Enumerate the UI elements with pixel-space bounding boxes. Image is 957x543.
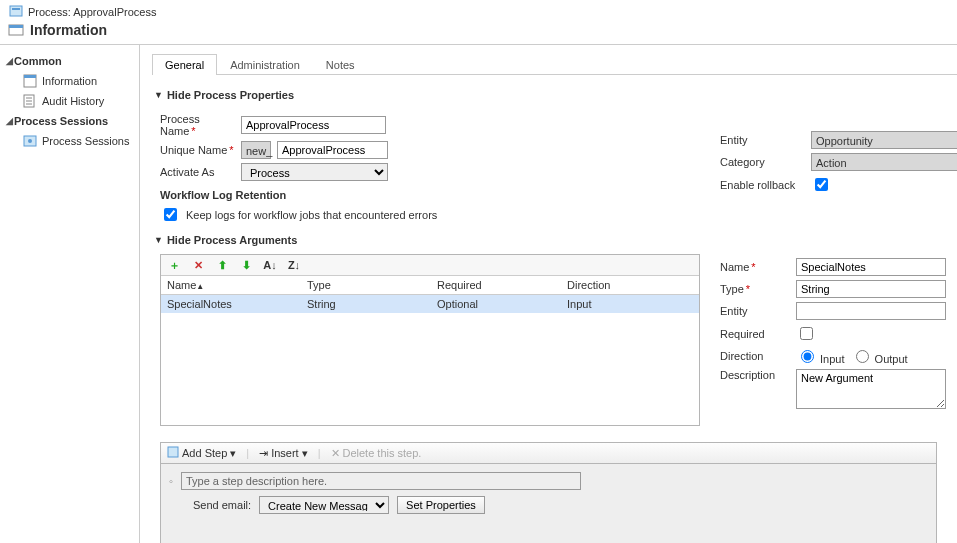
send-email-select[interactable]: Create New Message bbox=[259, 496, 389, 514]
arg-direction-output[interactable]: Output bbox=[851, 347, 908, 365]
sidebar-item-audit-history[interactable]: Audit History bbox=[4, 91, 135, 111]
svg-rect-5 bbox=[24, 75, 36, 78]
caret-down-icon: ▼ bbox=[154, 90, 163, 100]
rollback-checkbox[interactable] bbox=[815, 178, 828, 191]
arg-description-input[interactable] bbox=[796, 369, 946, 409]
move-up-icon[interactable]: ⬆ bbox=[215, 258, 229, 272]
category-value: Action bbox=[811, 153, 957, 171]
arg-label-direction: Direction bbox=[720, 350, 790, 362]
process-name-input[interactable] bbox=[241, 116, 386, 134]
activate-as-select[interactable]: Process bbox=[241, 163, 388, 181]
step-description-input[interactable] bbox=[181, 472, 581, 490]
steps-area: ◦ Send email: Create New Message Set Pro… bbox=[160, 464, 937, 543]
keep-logs-checkbox[interactable] bbox=[164, 208, 177, 221]
svg-point-11 bbox=[28, 139, 32, 143]
collapse-icon[interactable]: ◢ bbox=[6, 56, 14, 66]
col-direction[interactable]: Direction bbox=[561, 276, 699, 294]
caret-down-icon: ▼ bbox=[154, 235, 163, 245]
table-row[interactable]: SpecialNotes String Optional Input bbox=[161, 295, 699, 313]
label-category: Category bbox=[720, 156, 805, 168]
label-activate-as: Activate As bbox=[160, 166, 235, 178]
add-step-icon bbox=[167, 446, 179, 460]
arg-label-entity: Entity bbox=[720, 305, 790, 317]
arg-label-required: Required bbox=[720, 328, 790, 340]
tab-general[interactable]: General bbox=[152, 54, 217, 75]
arg-label-description: Description bbox=[720, 369, 790, 381]
info-page-icon bbox=[22, 73, 38, 89]
col-name[interactable]: Name▲ bbox=[161, 276, 301, 294]
arg-entity-input[interactable] bbox=[796, 302, 946, 320]
sort-desc-icon[interactable]: Z↓ bbox=[287, 258, 301, 272]
step-bullet-icon: ◦ bbox=[169, 475, 173, 487]
sidebar-item-information[interactable]: Information bbox=[4, 71, 135, 91]
delete-step-button: ✕ Delete this step. bbox=[331, 447, 422, 460]
move-down-icon[interactable]: ⬇ bbox=[239, 258, 253, 272]
breadcrumb-text: Process: ApprovalProcess bbox=[28, 6, 156, 18]
arg-label-type: Type* bbox=[720, 283, 790, 295]
arg-required-checkbox[interactable] bbox=[800, 327, 813, 340]
chevron-down-icon: ▾ bbox=[230, 447, 236, 460]
sidebar-section-common[interactable]: ◢ Common bbox=[4, 51, 135, 71]
workflow-log-retention-header: Workflow Log Retention bbox=[160, 189, 680, 201]
unique-name-prefix: new_ bbox=[241, 141, 271, 159]
sort-asc-icon[interactable]: A↓ bbox=[263, 258, 277, 272]
svg-rect-3 bbox=[9, 25, 23, 28]
label-process-name: Process Name* bbox=[160, 113, 235, 137]
set-properties-button[interactable]: Set Properties bbox=[397, 496, 485, 514]
delete-arg-icon[interactable]: ✕ bbox=[191, 258, 205, 272]
svg-rect-0 bbox=[10, 6, 22, 16]
svg-rect-1 bbox=[12, 8, 20, 10]
add-arg-icon[interactable]: ＋ bbox=[167, 258, 181, 272]
breadcrumb: Process: ApprovalProcess bbox=[8, 4, 949, 20]
section-process-arguments[interactable]: ▼ Hide Process Arguments bbox=[154, 234, 957, 246]
sessions-icon bbox=[22, 133, 38, 149]
add-step-button[interactable]: Add Step ▾ bbox=[167, 446, 236, 460]
audit-icon bbox=[22, 93, 38, 109]
tab-administration[interactable]: Administration bbox=[217, 54, 313, 75]
delete-icon: ✕ bbox=[331, 447, 340, 460]
arg-name-input[interactable] bbox=[796, 258, 946, 276]
arg-type-input[interactable] bbox=[796, 280, 946, 298]
insert-icon: ⇥ bbox=[259, 447, 268, 460]
arg-direction-input[interactable]: Input bbox=[796, 347, 845, 365]
col-type[interactable]: Type bbox=[301, 276, 431, 294]
col-required[interactable]: Required bbox=[431, 276, 561, 294]
sidebar-section-process-sessions[interactable]: ◢ Process Sessions bbox=[4, 111, 135, 131]
information-icon bbox=[8, 22, 24, 38]
label-unique-name: Unique Name* bbox=[160, 144, 235, 156]
sidebar: ◢ Common Information Audit History ◢ Pro… bbox=[0, 45, 140, 543]
arg-label-name: Name* bbox=[720, 261, 790, 273]
collapse-icon[interactable]: ◢ bbox=[6, 116, 14, 126]
label-rollback: Enable rollback bbox=[720, 179, 805, 191]
step-toolbar: Add Step ▾ | ⇥Insert ▾ | ✕ Delete this s… bbox=[160, 442, 937, 464]
section-process-properties[interactable]: ▼ Hide Process Properties bbox=[154, 89, 957, 101]
svg-rect-12 bbox=[168, 447, 178, 457]
page-title: Information bbox=[8, 22, 949, 38]
keep-logs-label: Keep logs for workflow jobs that encount… bbox=[186, 209, 437, 221]
tab-notes[interactable]: Notes bbox=[313, 54, 368, 75]
send-email-label: Send email: bbox=[193, 499, 251, 511]
unique-name-input[interactable] bbox=[277, 141, 388, 159]
chevron-down-icon: ▾ bbox=[302, 447, 308, 460]
entity-value: Opportunity bbox=[811, 131, 957, 149]
process-icon bbox=[8, 4, 24, 20]
label-entity: Entity bbox=[720, 134, 805, 146]
sidebar-item-process-sessions[interactable]: Process Sessions bbox=[4, 131, 135, 151]
insert-button[interactable]: ⇥Insert ▾ bbox=[259, 447, 308, 460]
arguments-grid: ＋ ✕ ⬆ ⬇ A↓ Z↓ Name▲ Type Required Direct… bbox=[160, 254, 700, 426]
